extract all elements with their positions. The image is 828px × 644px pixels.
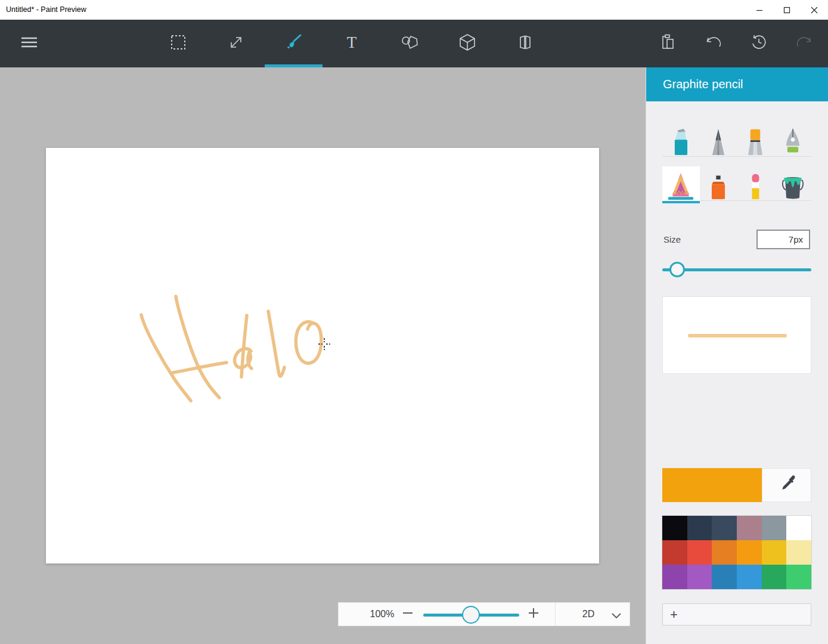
shapes-icon [401, 35, 418, 52]
palette-color-3[interactable] [737, 516, 762, 540]
text-icon: T [344, 34, 359, 53]
brush-paintbrush[interactable] [737, 122, 774, 157]
crosshair-cursor [318, 338, 330, 350]
palette-color-7[interactable] [687, 540, 712, 565]
palette-color-0[interactable] [662, 516, 687, 540]
zoom-in-button[interactable] [523, 604, 544, 624]
redo-icon [796, 35, 813, 52]
palette-color-9[interactable] [737, 540, 762, 565]
brush-icon [285, 33, 303, 54]
brush-pencil[interactable] [700, 122, 737, 157]
size-input[interactable] [756, 230, 810, 249]
brush-eraser[interactable] [737, 166, 774, 201]
menu-button[interactable] [13, 20, 46, 67]
palette-color-15[interactable] [737, 565, 762, 589]
canvas-tool-button[interactable] [496, 20, 554, 67]
palette-color-1[interactable] [687, 516, 712, 540]
history-button[interactable] [736, 20, 782, 67]
select-tool-button[interactable] [149, 20, 207, 67]
plus-icon [528, 606, 539, 622]
drawing-canvas[interactable] [46, 148, 599, 564]
maximize-icon [783, 7, 790, 14]
redo-button[interactable] [782, 20, 827, 67]
zoom-bar: 100% 2D [338, 602, 630, 626]
selection-icon [170, 35, 186, 52]
paintbrush-icon [742, 127, 769, 157]
maximize-button[interactable] [773, 0, 801, 20]
palette-color-13[interactable] [687, 565, 712, 589]
palette-color-5[interactable] [786, 516, 811, 540]
palette-color-6[interactable] [662, 540, 687, 565]
chevron-down-icon [612, 611, 621, 621]
svg-text:T: T [346, 34, 356, 51]
view-mode: 2D [571, 609, 606, 620]
3d-tool-button[interactable] [438, 20, 496, 67]
brush-fill-bucket[interactable] [774, 166, 812, 201]
eyedropper-icon [778, 475, 796, 496]
size-slider-thumb[interactable] [669, 262, 685, 277]
marker-icon [667, 127, 694, 157]
palette-color-12[interactable] [662, 565, 687, 589]
minus-icon [402, 606, 413, 622]
color-palette [662, 516, 811, 589]
text-tool-button[interactable]: T [322, 20, 380, 67]
current-color-swatch[interactable] [662, 468, 762, 502]
fill-bucket-icon [779, 171, 807, 201]
shapes-tool-button[interactable] [380, 20, 438, 67]
eraser-icon [742, 171, 769, 201]
calligraphy-pen-icon [779, 127, 807, 157]
clipboard-icon [660, 33, 677, 54]
eyedropper-button[interactable] [762, 468, 811, 502]
workspace: 100% 2D [0, 67, 646, 644]
zoom-out-button[interactable] [398, 604, 418, 624]
cube-icon [459, 33, 476, 54]
minimize-icon [756, 7, 763, 14]
title-bar: Untitled* - Paint Preview [0, 0, 828, 20]
spray-can-icon [705, 171, 732, 201]
palette-color-4[interactable] [762, 516, 787, 540]
size-label: Size [663, 234, 681, 244]
close-icon [811, 7, 818, 14]
zoom-slider-thumb[interactable] [462, 606, 480, 624]
palette-color-11[interactable] [786, 540, 811, 565]
graphite-pencil-icon [666, 170, 696, 201]
brush-graphite-pencil[interactable] [662, 166, 700, 201]
hamburger-icon [21, 36, 38, 51]
divider [555, 603, 556, 626]
size-slider [662, 262, 811, 277]
palette-color-2[interactable] [712, 516, 737, 540]
stroke-preview-card [662, 296, 811, 374]
panel-header: Graphite pencil [646, 67, 828, 101]
add-color-button[interactable]: + [662, 603, 811, 626]
palette-color-16[interactable] [762, 565, 787, 589]
crop-resize-tool-button[interactable] [207, 20, 265, 67]
history-icon [751, 34, 767, 53]
close-button[interactable] [801, 0, 828, 20]
canvas-icon [517, 34, 534, 53]
selected-tool-underline [265, 64, 322, 67]
brush-settings-panel: Graphite pencil [646, 67, 828, 644]
plus-icon: + [670, 607, 678, 623]
brush-calligraphy-pen[interactable] [774, 122, 812, 157]
brushes-tool-button[interactable] [265, 20, 322, 67]
undo-icon [705, 35, 722, 52]
palette-color-17[interactable] [786, 565, 811, 589]
window-title: Untitled* - Paint Preview [6, 0, 86, 20]
brush-spray-can[interactable] [700, 166, 737, 201]
minimize-button[interactable] [746, 0, 773, 20]
undo-button[interactable] [691, 20, 736, 67]
palette-color-10[interactable] [762, 540, 787, 565]
palette-color-14[interactable] [712, 565, 737, 589]
paste-button[interactable] [646, 20, 691, 67]
stroke-sample [688, 334, 787, 338]
brush-grid [662, 122, 811, 210]
brush-marker[interactable] [662, 122, 700, 157]
view-mode-dropdown[interactable] [612, 611, 621, 621]
palette-color-8[interactable] [712, 540, 737, 565]
pencil-icon [705, 127, 732, 157]
main-toolbar: T [0, 20, 828, 67]
expand-icon [228, 35, 244, 52]
